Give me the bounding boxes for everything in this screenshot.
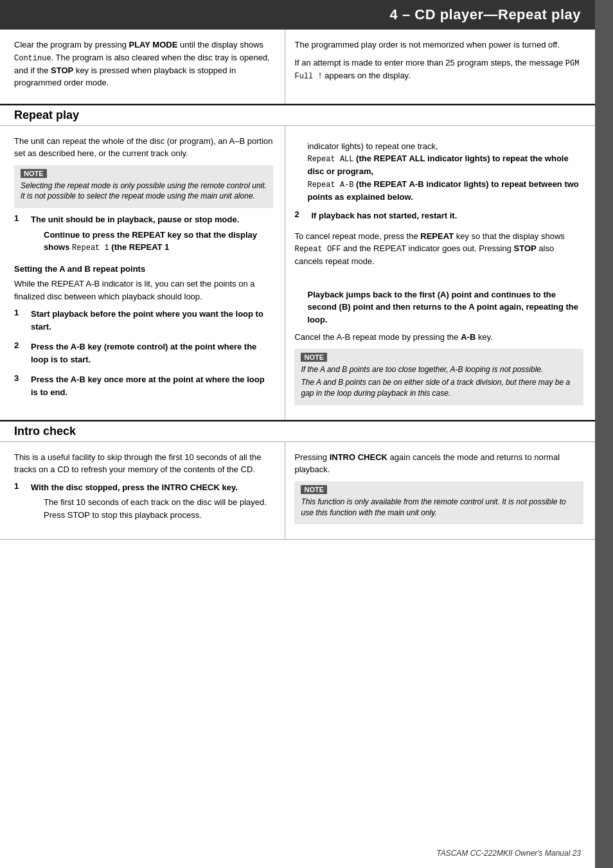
ab-subsection-title: Setting the A and B repeat points bbox=[14, 264, 273, 274]
intro-check-right-p1: Pressing INTRO CHECK again cancels the m… bbox=[294, 451, 583, 476]
cancel-repeat-text: To cancel repeat mode, press the REPEAT … bbox=[294, 230, 583, 268]
top-section: Clear the program by pressing PLAY MODE … bbox=[0, 30, 595, 104]
intro-check-left: This is a useful facility to skip throug… bbox=[0, 442, 285, 540]
repeat-play-section-title: Repeat play bbox=[0, 104, 595, 126]
repeat-right-steps: 2 If playback has not started, restart i… bbox=[294, 209, 583, 225]
ab-step-2: 2 Press the A-B key (remote control) at … bbox=[14, 341, 273, 368]
page-header: 4 – CD player—Repeat play bbox=[0, 0, 613, 30]
header-title: 4 – CD player—Repeat play bbox=[390, 6, 581, 22]
repeat-note-text: Selecting the repeat mode is only possib… bbox=[21, 181, 267, 202]
repeat-right-step2: 2 If playback has not started, restart i… bbox=[294, 209, 583, 225]
repeat-step-1: 1 The unit should be in playback, pause … bbox=[14, 213, 273, 258]
intro-check-step1: 1 With the disc stopped, press the INTRO… bbox=[14, 481, 273, 526]
repeat-right-note: NOTE If the A and B points are too close… bbox=[294, 349, 583, 405]
intro-check-content: This is a useful facility to skip throug… bbox=[0, 442, 595, 540]
ab-intro: While the REPEAT A-B indicator is lit, y… bbox=[14, 278, 273, 303]
intro-check-section-title: Intro check bbox=[0, 420, 595, 442]
page-footer: TASCAM CC-222MKII Owner's Manual 23 bbox=[436, 849, 581, 858]
top-left-col: Clear the program by pressing PLAY MODE … bbox=[0, 30, 285, 103]
top-left-paragraph: Clear the program by pressing PLAY MODE … bbox=[14, 39, 273, 89]
top-right-p2: If an attempt is made to enter more than… bbox=[294, 57, 583, 82]
ab-step-1: 1 Start playback before the point where … bbox=[14, 308, 273, 335]
intro-check-right: Pressing INTRO CHECK again cancels the m… bbox=[285, 442, 595, 540]
repeat-play-intro: The unit can repeat the whole of the dis… bbox=[14, 135, 273, 160]
cancel-ab-text: Cancel the A-B repeat mode by pressing t… bbox=[294, 331, 583, 344]
intro-check-note: NOTE This function is only available fro… bbox=[294, 481, 583, 525]
repeat-play-content: The unit can repeat the whole of the dis… bbox=[0, 126, 595, 420]
intro-check-steps: 1 With the disc stopped, press the INTRO… bbox=[14, 481, 273, 526]
top-right-p1: The programmed play order is not memoriz… bbox=[294, 39, 583, 51]
top-right-col: The programmed play order is not memoriz… bbox=[285, 30, 595, 103]
ab-step-3: 3 Press the A-B key once more at the poi… bbox=[14, 373, 273, 401]
ab-steps-list: 1 Start playback before the point where … bbox=[14, 308, 273, 401]
repeat-play-left: The unit can repeat the whole of the dis… bbox=[0, 126, 285, 420]
repeat-play-right: indicator lights) to repeat one track, R… bbox=[285, 126, 595, 420]
repeat-note-box: NOTE Selecting the repeat mode is only p… bbox=[14, 165, 273, 209]
intro-check-intro: This is a useful facility to skip throug… bbox=[14, 451, 273, 476]
sidebar-accent bbox=[595, 0, 613, 868]
repeat-steps-list: 1 The unit should be in playback, pause … bbox=[14, 213, 273, 258]
